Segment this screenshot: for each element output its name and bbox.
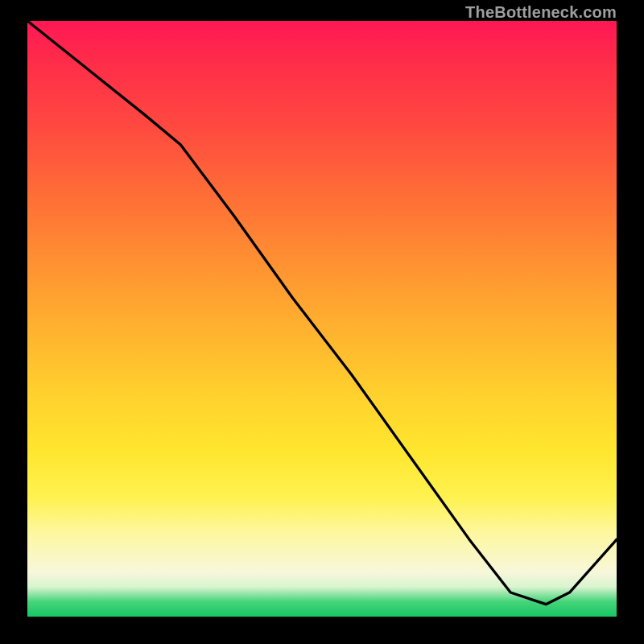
- chart-canvas: TheBottleneck.com: [0, 0, 644, 644]
- plot-area: [27, 21, 617, 617]
- curve-layer: [27, 21, 617, 610]
- bottleneck-curve: [27, 21, 617, 605]
- source-credit: TheBottleneck.com: [465, 3, 617, 22]
